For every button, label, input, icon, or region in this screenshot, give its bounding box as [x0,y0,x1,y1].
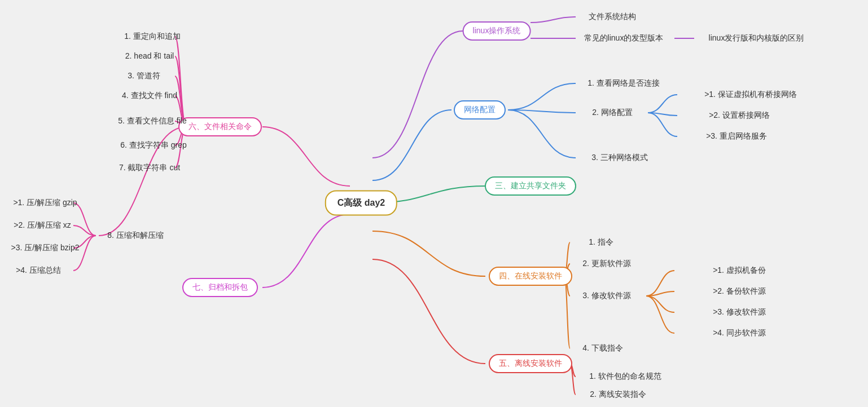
left-item-7: 8. 压缩和解压缩 [107,231,164,241]
left-item-1: 2. head 和 tail [125,51,174,61]
online-item-1: 2. 更新软件源 [582,259,631,269]
right_purple_box: linux操作系统 [463,21,531,41]
online-item-2: 3. 修改软件源 [582,291,631,301]
online-sub-1: >2. 备份软件源 [713,286,766,297]
linux-extra: linux发行版和内核版的区别 [709,33,804,43]
left-item-5: 6. 查找字符串 grep [120,140,186,151]
right_green_box: 三、建立共享文件夹 [485,176,576,196]
center-node: C高级 day2 [325,191,397,216]
right_blue_box: 网络配置 [454,100,506,120]
network-sub-0: >1. 保证虚拟机有桥接网络 [704,90,797,100]
online-sub-3: >4. 同步软件源 [713,328,766,338]
right_red_box: 五、离线安装软件 [489,354,572,373]
network-item-2: 3. 三种网络模式 [591,153,648,163]
left-item-6: 7. 截取字符串 cut [119,163,180,173]
compress-item-2: >3. 压/解压缩 bzip2 [11,243,80,253]
network-sub-2: >3. 重启网络服务 [706,131,767,141]
compress-item-3: >4. 压缩总结 [16,266,61,276]
offline-item-1: 2. 离线安装指令 [590,390,646,400]
online-item-3: 4. 下载指令 [582,343,623,353]
left-item-4: 5. 查看文件信息 file [118,116,186,126]
compress-item-0: >1. 压/解压缩 gzip [13,198,77,208]
network-item-0: 1. 查看网络是否连接 [588,78,660,89]
left-item-3: 4. 查找文件 find [122,91,177,101]
network-sub-1: >2. 设置桥接网络 [709,110,770,121]
left_pink_box: 六、文件相关命令 [178,117,262,136]
network-item-1: 2. 网络配置 [592,108,633,118]
left-item-2: 3. 管道符 [128,71,160,81]
left-item-0: 1. 重定向和追加 [124,32,181,42]
linux-item-0: 文件系统结构 [589,12,636,22]
compress-item-1: >2. 压/解压缩 xz [14,220,71,231]
left_pink_box2: 七、归档和拆包 [182,278,258,297]
online-sub-2: >3. 修改软件源 [713,307,766,317]
online-item-0: 1. 指令 [589,237,613,247]
offline-item-0: 1. 软件包的命名规范 [589,371,661,382]
online-sub-0: >1. 虚拟机备份 [713,266,766,276]
right_orange_box: 四、在线安装软件 [489,267,572,286]
linux-item-1: 常见的linux的发型版本 [584,33,664,43]
